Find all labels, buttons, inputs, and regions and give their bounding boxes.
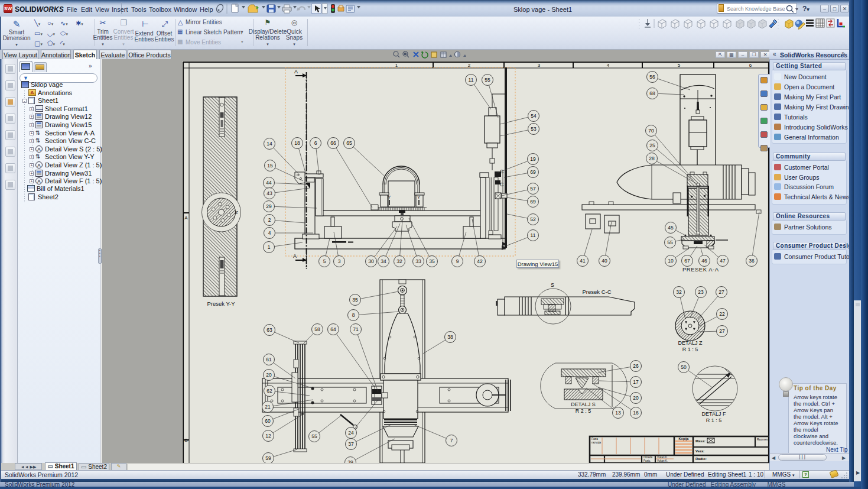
svg-text:42: 42 [477,258,483,264]
svg-text:Z: Z [235,210,238,215]
svg-text:35: 35 [352,297,358,303]
svg-text:20: 20 [633,395,639,401]
svg-text:A: A [293,253,297,259]
svg-text:R 1 : 5: R 1 : 5 [682,346,698,352]
svg-text:4: 4 [268,230,271,236]
svg-text:32: 32 [396,258,402,264]
svg-text:63: 63 [266,327,272,333]
svg-text:24: 24 [348,430,354,436]
svg-text:DETALJ F: DETALJ F [702,411,726,417]
svg-text:razvoja: razvoja [591,441,601,444]
svg-text:65: 65 [346,140,352,146]
svg-text:S: S [551,282,554,288]
svg-text:PRESEK A-A: PRESEK A-A [682,266,719,273]
svg-text:69: 69 [530,169,536,175]
svg-text:A: A [184,215,188,221]
svg-text:19: 19 [530,156,536,162]
svg-text:Presek Y-Y: Presek Y-Y [207,300,236,307]
svg-text:37: 37 [348,441,354,447]
svg-text:56: 56 [649,74,655,80]
svg-text:1: 1 [268,244,271,250]
svg-text:26: 26 [633,363,639,369]
svg-text:64: 64 [330,326,336,332]
svg-text:Kopija: Kopija [679,437,690,441]
svg-text:70: 70 [648,128,654,134]
svg-text:Razmera: Razmera [757,438,769,441]
svg-text:68: 68 [649,90,655,96]
svg-text:55: 55 [667,239,673,245]
svg-text:46: 46 [701,258,707,264]
svg-text:11: 11 [469,77,474,83]
svg-text:52: 52 [530,216,536,222]
svg-text:34: 34 [381,258,386,264]
svg-text:66: 66 [330,140,336,146]
svg-text:Veza:: Veza: [695,449,704,453]
svg-text:18: 18 [294,140,300,146]
svg-text:40: 40 [602,258,607,264]
svg-text:59: 59 [265,455,271,461]
svg-text:53: 53 [531,126,537,132]
svg-text:C: C [500,182,504,187]
svg-text:44: 44 [266,180,272,186]
svg-text:27: 27 [719,289,724,295]
svg-text:32: 32 [676,289,682,295]
svg-text:27: 27 [719,328,725,334]
svg-text:16: 16 [633,410,639,416]
svg-text:2: 2 [268,217,271,223]
svg-text:11: 11 [531,232,536,238]
svg-text:21: 21 [265,404,271,410]
svg-text:8: 8 [352,312,355,318]
svg-text:Vukan K.: Vukan K. [657,459,668,462]
svg-text:43: 43 [266,190,272,196]
svg-text:61: 61 [266,357,272,362]
svg-text:17: 17 [633,379,639,385]
svg-text:71: 71 [353,326,359,332]
svg-text:45: 45 [668,225,674,231]
svg-text:Masa:: Masa: [695,439,706,443]
svg-text:6: 6 [749,63,752,68]
svg-text:5: 5 [678,63,681,68]
svg-text:9: 9 [456,258,459,264]
svg-text:33: 33 [415,258,421,264]
svg-text:Pozic.: Pozic. [643,459,651,462]
svg-text:58: 58 [314,326,320,332]
svg-text:55: 55 [485,77,490,83]
svg-text:50: 50 [681,364,687,370]
svg-text:38: 38 [447,334,453,340]
svg-text:Vukan K.: Vukan K. [657,456,668,459]
svg-text:3: 3 [538,63,541,68]
svg-text:4: 4 [607,63,610,68]
svg-text:Y: Y [417,195,421,200]
svg-text:12: 12 [265,433,271,439]
svg-text:69: 69 [530,199,536,205]
svg-text:55: 55 [311,433,317,439]
svg-text:41: 41 [580,258,586,264]
svg-text:Obrada: Obrada [643,456,653,459]
svg-text:35: 35 [429,258,435,264]
svg-text:A: A [294,69,298,75]
svg-text:DETALJ S: DETALJ S [571,401,595,407]
svg-text:Presek C-C: Presek C-C [582,289,611,295]
svg-text:Y: Y [388,195,391,200]
svg-text:30: 30 [368,258,374,264]
svg-text:47: 47 [720,258,726,264]
svg-text:5: 5 [323,258,326,264]
svg-text:13: 13 [615,410,621,416]
svg-text:15: 15 [267,163,273,169]
svg-text:R 1 : 5: R 1 : 5 [706,417,722,423]
svg-text:25: 25 [649,143,655,148]
svg-text:6: 6 [314,140,317,146]
svg-text:3: 3 [338,258,341,264]
svg-text:Radio:: Radio: [695,457,707,461]
svg-text:DETALJ Z: DETALJ Z [678,340,703,346]
svg-text:54: 54 [531,113,537,119]
svg-text:R 2 : 5: R 2 : 5 [576,408,591,414]
svg-text:67: 67 [684,258,690,264]
svg-text:57: 57 [530,186,536,192]
svg-text:28: 28 [649,156,655,161]
svg-text:22: 22 [719,311,725,317]
svg-text:10: 10 [668,258,674,264]
svg-text:14: 14 [266,141,272,147]
svg-text:20: 20 [266,372,272,378]
svg-text:7: 7 [450,438,453,443]
